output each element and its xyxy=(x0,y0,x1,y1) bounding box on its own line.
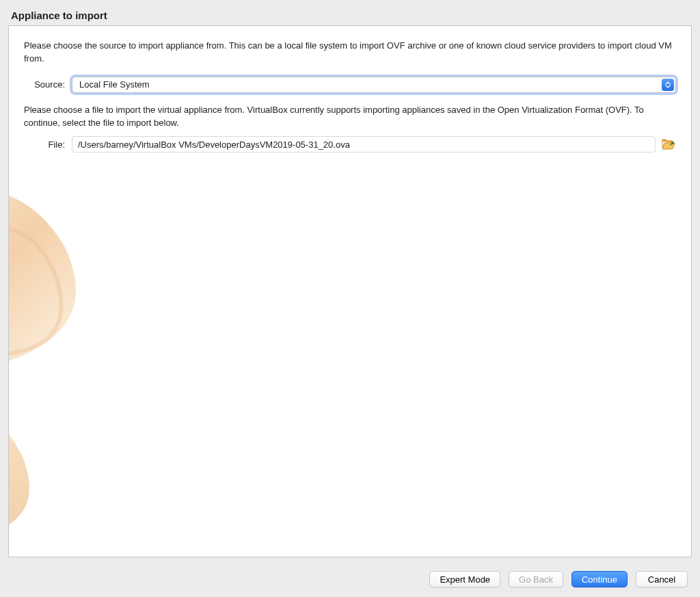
go-back-button[interactable]: Go Back xyxy=(509,571,563,587)
source-select[interactable]: Local File System xyxy=(72,77,676,93)
main-panel: Please choose the source to import appli… xyxy=(8,25,692,557)
continue-button[interactable]: Continue xyxy=(571,571,628,587)
source-row: Source: Local File System xyxy=(24,77,676,93)
page-title: Appliance to import xyxy=(0,0,700,25)
chevron-up-down-icon xyxy=(662,79,674,91)
source-select-value: Local File System xyxy=(79,79,150,90)
file-path-input[interactable] xyxy=(72,136,656,152)
folder-open-icon xyxy=(662,138,675,150)
cancel-button[interactable]: Cancel xyxy=(636,571,688,587)
background-decor xyxy=(8,183,159,539)
intro-text: Please choose the source to import appli… xyxy=(24,40,676,66)
browse-file-button[interactable] xyxy=(661,137,676,151)
expert-mode-button[interactable]: Expert Mode xyxy=(429,571,500,587)
file-row: File: xyxy=(24,136,676,152)
file-label: File: xyxy=(24,140,72,150)
file-description: Please choose a file to import the virtu… xyxy=(24,104,676,130)
source-label: Source: xyxy=(24,79,72,90)
button-bar: Expert Mode Go Back Continue Cancel xyxy=(429,571,688,587)
